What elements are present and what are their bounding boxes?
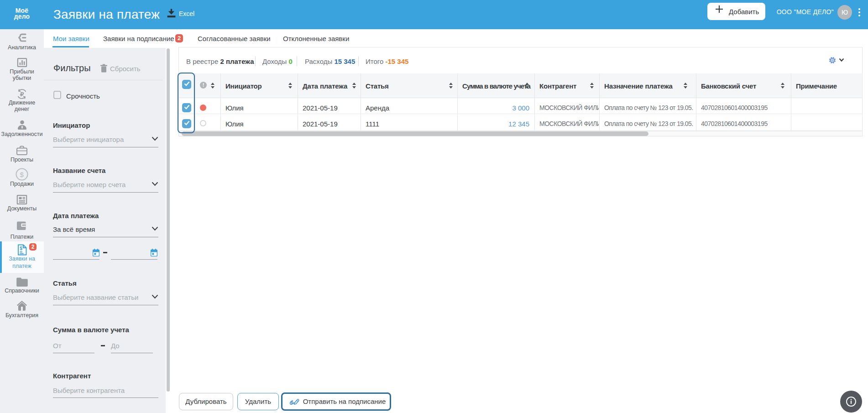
svg-text:$: $ <box>20 246 22 251</box>
svg-text:$: $ <box>20 171 24 178</box>
svg-text:₽: ₽ <box>20 91 24 98</box>
